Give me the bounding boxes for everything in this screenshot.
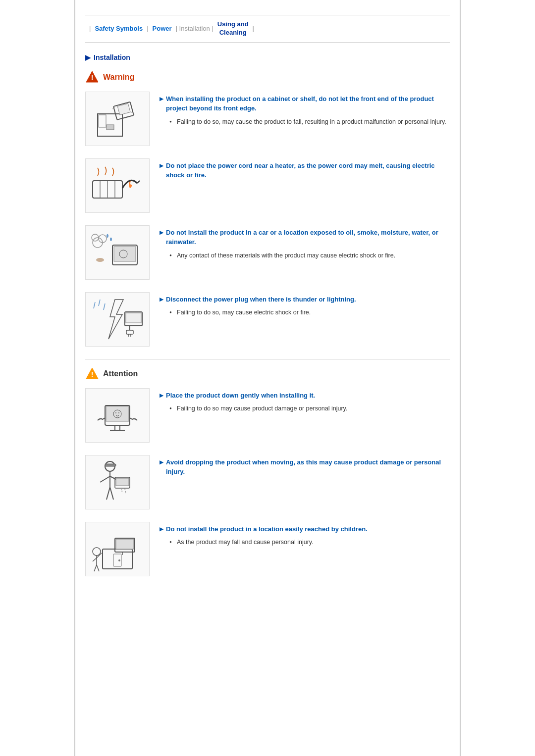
illustration-w3 [85, 225, 150, 280]
text-w3: Do not install the product in a car or a… [160, 225, 450, 262]
svg-rect-22 [126, 313, 141, 323]
nav-sep-2: | [147, 24, 148, 34]
illustration-w1 [85, 92, 150, 146]
warning-label: Warning [103, 71, 134, 83]
svg-rect-46 [116, 478, 129, 486]
illustration-w4 [85, 292, 150, 347]
section-icon: ▶ [85, 52, 91, 63]
text-a3: Do not install the product in a location… [160, 522, 450, 549]
bullets-a3: As the product may fall and cause person… [160, 538, 450, 547]
illustration-a2 [85, 455, 150, 509]
text-w1: When installing the product on a cabinet… [160, 92, 450, 129]
bullets-w3: Any contact of these materials with the … [160, 251, 450, 260]
main-point-a3: Do not install the product in a location… [160, 524, 450, 534]
svg-rect-3 [99, 115, 106, 127]
bullet-w4-1: Failing to do so, may cause electric sho… [169, 308, 450, 317]
section-heading: ▶ Installation [85, 52, 450, 63]
warning-icon: ! [85, 70, 99, 84]
main-point-a1: Place the product down gently when insta… [160, 391, 450, 401]
nav-using-cleaning[interactable]: Using andCleaning [217, 20, 249, 37]
svg-line-62 [97, 565, 99, 571]
svg-rect-24 [126, 330, 133, 334]
svg-rect-55 [116, 539, 134, 549]
illustration-w2 [85, 158, 150, 213]
svg-point-57 [93, 548, 101, 555]
svg-rect-33 [106, 406, 129, 421]
text-a1: Place the product down gently when insta… [160, 388, 450, 415]
warning-item-1: When installing the product on a cabinet… [85, 92, 450, 146]
svg-line-61 [94, 565, 97, 571]
svg-line-47 [107, 487, 110, 500]
svg-line-43 [100, 476, 110, 482]
section-title: Installation [94, 52, 130, 63]
svg-line-27 [94, 302, 95, 308]
bullets-w4: Failing to do so, may cause electric sho… [160, 308, 450, 317]
svg-rect-4 [107, 125, 114, 130]
bullet-a1-1: Failing to do so may cause product damag… [169, 404, 450, 413]
nav-sep-1: | [89, 24, 91, 34]
svg-line-28 [99, 300, 100, 306]
nav-power[interactable]: Power [153, 24, 172, 34]
text-a2: Avoid dropping the product when moving, … [160, 455, 450, 481]
illus-svg-w1 [88, 94, 147, 144]
warning-item-3: Do not install the product in a car or a… [85, 225, 450, 280]
attention-item-3: Do not install the product in a location… [85, 522, 450, 576]
nav-sep-4: | [253, 24, 254, 34]
bullet-a3-1: As the product may fall and cause person… [169, 538, 450, 547]
nav-sep-3: | Installation | [176, 24, 214, 34]
illus-svg-a2 [88, 457, 147, 507]
attention-item-1: Place the product down gently when insta… [85, 388, 450, 443]
bullets-w1: Failing to do so, may cause the product … [160, 117, 450, 127]
svg-rect-15 [114, 247, 136, 261]
bullet-w1-1: Failing to do so, may cause the product … [169, 117, 450, 127]
attention-heading: ! Attention [85, 367, 450, 381]
svg-point-20 [96, 258, 104, 262]
nav-safety-symbols[interactable]: Safety Symbols [95, 24, 143, 34]
main-point-w1: When installing the product on a cabinet… [160, 94, 450, 113]
warning-heading: ! Warning [85, 70, 450, 84]
svg-text:!: ! [91, 370, 94, 378]
illus-svg-w3 [88, 228, 147, 277]
page-wrapper: | Safety Symbols | Power | Installation … [74, 0, 461, 756]
bullet-w3-1: Any contact of these materials with the … [169, 251, 450, 260]
bullets-a1: Failing to do so may cause product damag… [160, 404, 450, 413]
svg-point-35 [115, 412, 116, 413]
svg-point-53 [118, 559, 120, 561]
illustration-a1 [85, 388, 150, 443]
svg-line-60 [93, 558, 97, 561]
warning-item-2: Do not place the power cord near a heate… [85, 158, 450, 213]
svg-rect-41 [105, 464, 116, 466]
attention-icon: ! [85, 367, 99, 381]
illus-svg-a1 [88, 391, 147, 440]
illus-svg-a3 [88, 524, 147, 574]
svg-point-36 [118, 412, 119, 413]
svg-text:!: ! [91, 74, 94, 82]
attention-item-2: Avoid dropping the product when moving, … [85, 455, 450, 509]
top-nav: | Safety Symbols | Power | Installation … [85, 15, 450, 43]
svg-line-49 [121, 488, 122, 493]
main-point-a2: Avoid dropping the product when moving, … [160, 457, 450, 477]
warning-item-4: Disconnect the power plug when there is … [85, 292, 450, 347]
svg-line-29 [104, 303, 105, 310]
illus-svg-w2 [88, 161, 147, 210]
main-point-w2: Do not place the power cord near a heate… [160, 161, 450, 180]
text-w2: Do not place the power cord near a heate… [160, 158, 450, 184]
divider [85, 359, 450, 359]
attention-label: Attention [103, 368, 138, 380]
main-point-w4: Disconnect the power plug when there is … [160, 295, 450, 304]
illustration-a3 [85, 522, 150, 576]
illus-svg-w4 [88, 295, 147, 344]
main-point-w3: Do not install the product in a car or a… [160, 228, 450, 247]
svg-line-50 [125, 489, 126, 494]
text-w4: Disconnect the power plug when there is … [160, 292, 450, 319]
svg-line-48 [110, 487, 113, 500]
